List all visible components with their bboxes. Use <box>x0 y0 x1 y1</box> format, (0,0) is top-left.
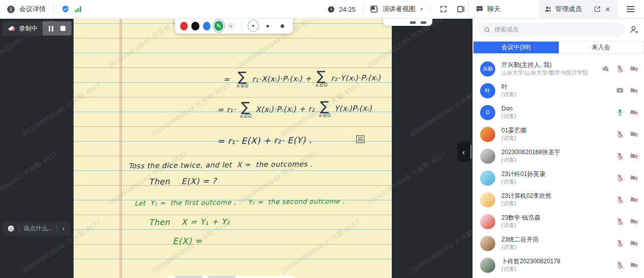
board-line: = r₁· E(X) + r₂· E(Y) . <box>217 130 312 146</box>
view-mode-label[interactable]: 演讲者视图 <box>382 5 415 14</box>
member-avatar <box>480 214 495 229</box>
stop-recording-button[interactable] <box>60 26 65 31</box>
member-row[interactable]: DDon(访客) <box>473 101 644 123</box>
mic-muted-icon[interactable] <box>616 173 624 182</box>
search-icon <box>484 26 491 33</box>
fullscreen-icon[interactable] <box>439 5 448 13</box>
member-row[interactable]: 23数学 钱浩森(访客) <box>473 211 644 232</box>
member-desc: (访客) <box>501 265 616 272</box>
side-panel-icon[interactable] <box>457 5 465 13</box>
camera-off-icon[interactable] <box>629 108 639 117</box>
top-bar: i 会议详情 24:25 演讲者视图 ▾ <box>0 0 644 19</box>
toolbar-stub-icon[interactable] <box>410 21 416 24</box>
tab-in-meeting[interactable]: 会议中(99) <box>473 42 559 53</box>
divider <box>430 6 430 13</box>
camera-off-icon[interactable] <box>629 64 639 73</box>
view-layout-icon[interactable] <box>370 5 378 13</box>
camera-off-icon[interactable] <box>629 173 639 182</box>
member-avatar: 兴勤 <box>480 61 495 77</box>
mic-muted-icon[interactable] <box>616 64 624 73</box>
member-desc: (访客) <box>501 222 616 229</box>
add-color-button[interactable]: + <box>227 22 234 30</box>
member-row[interactable]: 卜祥哲202300820178(访客) <box>473 254 644 276</box>
member-row[interactable]: 兴勤亓兴勤(主持人, 我)山东大学/山东大学/数学与统计学院 <box>473 58 644 80</box>
member-name: 01晏艺圃 <box>501 127 616 134</box>
tab-chat[interactable]: 聊天 <box>468 0 539 18</box>
camera-off-icon[interactable] <box>629 195 639 204</box>
member-avatar: 叶 <box>480 83 495 98</box>
hamburger-menu-icon[interactable] <box>617 0 644 18</box>
quick-chat-bar[interactable]: 说点什么... ‹ <box>3 222 70 235</box>
cloud-recording-icon <box>8 24 16 33</box>
secondary-toolbar <box>383 19 432 26</box>
quick-chat-placeholder[interactable]: 说点什么... <box>23 224 53 233</box>
camera-off-icon[interactable] <box>629 152 639 160</box>
whiteboard-stage[interactable]: 200699800040 亓兴勤 8527200699800040 亓兴勤 85… <box>0 19 472 278</box>
member-management-panel: 搜索成员 会议中(99) 未入会 兴勤亓兴勤(主持人, 我)山东大学/山东大学/… <box>472 19 644 278</box>
member-name: Don <box>501 105 616 113</box>
mic-muted-icon[interactable] <box>616 217 624 226</box>
member-desc: (访客) <box>501 178 616 185</box>
member-row[interactable]: 叶叶(访客) <box>473 80 644 101</box>
meeting-details-label[interactable]: 会议详情 <box>19 5 46 14</box>
close-panel-icon[interactable]: ✕ <box>604 6 612 13</box>
mic-active-icon[interactable] <box>616 108 624 117</box>
mic-muted-icon[interactable] <box>616 239 624 248</box>
board-line: Let Y₁ = the first outcome , Y₂ = the se… <box>134 193 345 207</box>
cloud-record-icon[interactable] <box>601 64 611 73</box>
pen-color-swatch[interactable] <box>191 22 199 30</box>
member-row[interactable]: 23计科01孙英康(访客) <box>473 167 644 189</box>
collapse-panel-handle[interactable]: ‹ <box>457 142 470 162</box>
mic-muted-icon[interactable] <box>616 261 624 269</box>
camera-off-icon[interactable] <box>629 130 639 138</box>
chat-bubble-icon <box>476 5 484 13</box>
camera-off-icon[interactable] <box>629 86 639 95</box>
member-row[interactable]: 23统二谷开浩(访客) <box>473 232 644 254</box>
camera-off-icon[interactable] <box>629 239 639 248</box>
network-signal-icon[interactable] <box>74 5 82 13</box>
screen-share-icon[interactable] <box>616 86 624 95</box>
collapse-chat-icon[interactable]: ‹ <box>61 225 65 232</box>
board-line: E(X) = <box>173 231 202 247</box>
members-tab-label: 管理成员 <box>555 5 591 14</box>
toolbar-stub-icon[interactable] <box>421 21 426 24</box>
emoji-icon[interactable] <box>7 225 15 232</box>
member-name: 叶 <box>501 83 616 91</box>
security-shield-icon[interactable] <box>61 5 70 13</box>
camera-off-icon[interactable] <box>629 261 639 269</box>
handwritten-notes: 回 = ∑xᵢ∈G r₁·X(xᵢ)·Pᵣ(xᵢ) + ∑xᵢ∈G r₂·Y(x… <box>0 19 472 278</box>
divider <box>53 6 54 13</box>
meeting-timer: 24:25 <box>339 6 356 13</box>
member-list[interactable]: 兴勤亓兴勤(主持人, 我)山东大学/山东大学/数学与统计学院叶叶(访客)DDon… <box>473 58 644 278</box>
pen-size-button[interactable] <box>262 20 274 32</box>
member-name: 23数学 钱浩森 <box>501 214 616 222</box>
member-avatar: D <box>480 105 495 120</box>
mic-muted-icon[interactable] <box>616 195 624 204</box>
pause-recording-button[interactable] <box>49 26 53 31</box>
pen-size-button[interactable] <box>248 20 259 32</box>
camera-off-icon[interactable] <box>629 217 639 226</box>
tab-manage-members[interactable]: 管理成员 ✕ <box>539 0 617 18</box>
page-thumbnails[interactable] <box>167 275 294 278</box>
pen-color-swatch[interactable] <box>203 22 211 30</box>
chat-tab-label: 聊天 <box>487 5 500 14</box>
info-icon[interactable]: i <box>7 6 15 13</box>
pen-color-selected[interactable]: ✎ <box>214 21 223 31</box>
search-input[interactable]: 搜索成员 <box>478 23 625 37</box>
add-member-icon[interactable] <box>629 25 639 34</box>
members-icon <box>544 5 552 13</box>
member-row[interactable]: 23计算机02李欣然(访客) <box>473 189 644 211</box>
board-line: = r₁· ∑xᵢ∈G X(xᵢ)·Pᵣ(xᵢ) + r₂ ∑xᵢ∈G Y(xᵢ… <box>217 99 372 119</box>
member-name: 卜祥哲202300820178 <box>501 258 616 265</box>
member-row[interactable]: 01晏艺圃(访客) <box>473 123 644 145</box>
mic-muted-icon[interactable] <box>616 130 624 138</box>
tab-not-joined[interactable]: 未入会 <box>559 42 644 53</box>
member-name: 23统二谷开浩 <box>501 236 616 244</box>
member-avatar <box>480 149 495 164</box>
mic-muted-icon[interactable] <box>616 152 624 160</box>
pen-color-swatch[interactable] <box>180 22 188 30</box>
member-row[interactable]: 202300820168张圣宇(访客) <box>473 145 644 167</box>
popout-icon[interactable] <box>594 6 601 13</box>
pen-size-button[interactable] <box>277 20 288 32</box>
chevron-down-icon[interactable]: ▾ <box>420 7 423 12</box>
